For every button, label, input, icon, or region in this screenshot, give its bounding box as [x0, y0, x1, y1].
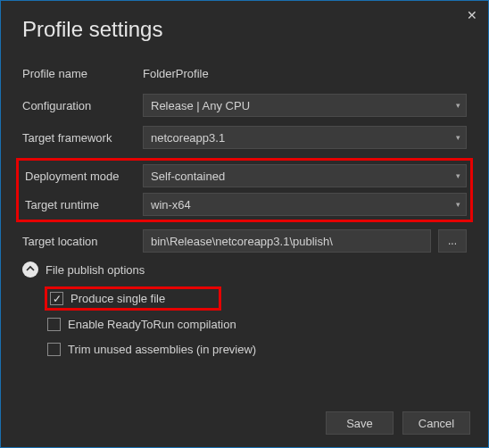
save-button[interactable]: Save: [326, 411, 394, 435]
ready-to-run-checkbox[interactable]: [47, 318, 61, 331]
trim-assemblies-label: Trim unused assemblies (in preview): [68, 343, 256, 356]
profile-name-value: FolderProfile: [143, 67, 209, 80]
configuration-label: Configuration: [22, 99, 143, 112]
cancel-button[interactable]: Cancel: [402, 411, 470, 435]
configuration-select[interactable]: Release | Any CPU ▾: [143, 94, 467, 117]
browse-button[interactable]: ...: [438, 229, 467, 253]
chevron-down-icon: ▾: [456, 101, 460, 110]
profile-name-label: Profile name: [22, 67, 143, 80]
expander-label: File publish options: [46, 263, 145, 277]
highlight-single-file: Produce single file: [45, 286, 221, 311]
deployment-mode-select[interactable]: Self-contained ▾: [143, 164, 467, 187]
target-runtime-select[interactable]: win-x64 ▾: [143, 193, 467, 216]
chevron-down-icon: ▾: [456, 171, 460, 180]
deployment-mode-label: Deployment mode: [22, 170, 143, 183]
trim-assemblies-checkbox[interactable]: [47, 343, 61, 356]
chevron-down-icon: ▾: [456, 133, 460, 142]
target-location-label: Target location: [22, 235, 143, 248]
close-icon[interactable]: ✕: [467, 8, 477, 22]
deployment-mode-value: Self-contained: [151, 170, 225, 183]
highlight-deployment-runtime: Deployment mode Self-contained ▾ Target …: [16, 158, 473, 222]
target-location-input[interactable]: bin\Release\netcoreapp3.1\publish\: [143, 229, 431, 253]
chevron-down-icon: ▾: [456, 200, 460, 209]
collapse-icon: [22, 261, 38, 278]
target-framework-label: Target framework: [22, 131, 143, 145]
target-runtime-label: Target runtime: [22, 198, 143, 212]
file-publish-options-expander[interactable]: File publish options: [22, 261, 467, 278]
configuration-value: Release | Any CPU: [151, 99, 250, 112]
produce-single-file-label: Produce single file: [70, 292, 165, 305]
target-location-value: bin\Release\netcoreapp3.1\publish\: [151, 235, 333, 248]
target-framework-value: netcoreapp3.1: [151, 131, 225, 145]
page-title: Profile settings: [22, 17, 467, 42]
target-framework-select[interactable]: netcoreapp3.1 ▾: [143, 126, 467, 149]
ready-to-run-label: Enable ReadyToRun compilation: [68, 318, 236, 331]
target-runtime-value: win-x64: [151, 198, 191, 212]
produce-single-file-checkbox[interactable]: [50, 292, 63, 305]
